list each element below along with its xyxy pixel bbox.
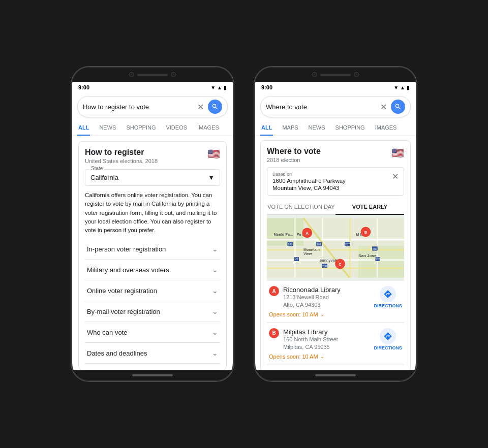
- svg-text:280: 280: [288, 243, 292, 246]
- dropdown-arrow-icon: ▼: [208, 174, 215, 181]
- content-left: How to register United States elections,…: [72, 136, 233, 370]
- opens-chevron-a[interactable]: ⌄: [320, 311, 324, 317]
- chevron-icon-5: ⌄: [212, 349, 218, 357]
- opens-soon-text-b: Opens soon: 10 AM: [269, 354, 318, 360]
- accordion-online[interactable]: Online voter registration ⌄: [85, 280, 220, 301]
- location-badge-b: B: [269, 328, 279, 338]
- svg-text:237: 237: [345, 243, 350, 246]
- location-name-a: Ricononada Library: [283, 286, 374, 294]
- search-button-right[interactable]: [391, 100, 405, 114]
- svg-text:B: B: [364, 230, 367, 235]
- directions-icon-b: [380, 328, 396, 344]
- screen-left: 9:00 ▼ ▲ ▮ ✕ ALL NEWS: [72, 82, 233, 370]
- tab-videos-left[interactable]: VIDEOS: [165, 120, 188, 136]
- search-button-left[interactable]: [208, 100, 222, 114]
- svg-text:View: View: [303, 251, 312, 256]
- speaker-left: [137, 74, 168, 76]
- time-right: 9:00: [261, 84, 272, 90]
- accordion-in-person[interactable]: In-person voter registration ⌄: [85, 239, 220, 260]
- close-based-on-icon[interactable]: ✕: [392, 172, 399, 181]
- location-header-b: B Milpitas Library 160 North Main Street…: [269, 328, 402, 351]
- svg-text:880: 880: [373, 247, 377, 250]
- phone-right: 9:00 ▼ ▲ ▮ ✕ ALL MAPS: [254, 67, 417, 381]
- accordion-who[interactable]: Who can vote ⌄: [85, 322, 220, 343]
- clear-icon-right[interactable]: ✕: [380, 102, 387, 112]
- chevron-icon-3: ⌄: [212, 307, 218, 315]
- status-bar-right: 9:00 ▼ ▲ ▮: [255, 82, 416, 93]
- search-bar-right[interactable]: ✕: [260, 96, 411, 117]
- location-addr-a: 1213 Newell Road: [283, 294, 374, 301]
- home-indicator-right: [315, 374, 356, 376]
- based-on-address: 1600 Amphitheatre Parkway: [272, 178, 346, 184]
- camera-left: [129, 72, 134, 77]
- tab-maps-right[interactable]: MAPS: [281, 120, 299, 136]
- card-subtitle-left: United States elections, 2018: [85, 158, 158, 164]
- status-bar-left: 9:00 ▼ ▲ ▮: [72, 82, 233, 93]
- tab-images-right[interactable]: IMAGES: [374, 120, 398, 136]
- accordion-label-4: Who can vote: [87, 329, 128, 336]
- flag-right: 🇺🇸: [391, 147, 404, 159]
- phone-bottom-bar-right: [255, 370, 416, 380]
- chevron-icon-2: ⌄: [212, 286, 218, 295]
- location-city-a: Alto, CA 94303: [283, 301, 374, 309]
- body-text: California offers online voter registrat…: [85, 191, 220, 235]
- tabs-right: ALL MAPS NEWS SHOPPING IMAGES: [255, 120, 416, 136]
- search-input-left[interactable]: [83, 103, 193, 111]
- svg-text:101: 101: [317, 243, 321, 246]
- card-title-left: How to register: [85, 148, 158, 157]
- accordion-dates[interactable]: Dates and deadlines ⌄: [85, 343, 220, 364]
- tab-images-left[interactable]: IMAGES: [196, 120, 220, 136]
- wifi-icon-right: ▲: [400, 85, 405, 90]
- clear-icon-left[interactable]: ✕: [197, 102, 204, 112]
- directions-btn-b[interactable]: DIRECTIONS: [374, 328, 402, 350]
- search-bar-left[interactable]: ✕: [77, 96, 228, 117]
- state-selector[interactable]: State California ▼: [85, 169, 220, 186]
- search-input-right[interactable]: [266, 103, 376, 111]
- card-header-right: Where to vote 2018 election 🇺🇸: [267, 147, 404, 163]
- svg-text:C: C: [339, 262, 342, 267]
- directions-icon-a: [380, 286, 396, 302]
- state-value: California: [90, 174, 118, 181]
- status-icons-left: ▼ ▲ ▮: [210, 85, 227, 90]
- opens-soon-a: Opens soon: 10 AM ⌄: [269, 311, 402, 317]
- location-item-a: A Ricononada Library 1213 Newell Road Al…: [267, 281, 404, 323]
- phones-container: 9:00 ▼ ▲ ▮ ✕ ALL NEWS: [71, 67, 417, 381]
- based-on-info: Based on 1600 Amphitheatre Parkway Mount…: [272, 172, 346, 191]
- camera-right: [312, 72, 317, 77]
- svg-text:35: 35: [295, 257, 298, 260]
- speaker-right: [320, 74, 351, 76]
- accordion-military[interactable]: Military and overseas voters ⌄: [85, 260, 220, 280]
- location-addr-b: 160 North Main Street: [283, 336, 374, 343]
- where-to-vote-card: Where to vote 2018 election 🇺🇸 Based on …: [260, 140, 411, 370]
- tab-all-left[interactable]: ALL: [77, 120, 90, 136]
- home-indicator-left: [132, 374, 173, 376]
- opens-soon-b: Opens soon: 10 AM ⌄: [269, 354, 402, 360]
- tab-shopping-right[interactable]: SHOPPING: [334, 120, 366, 136]
- battery-icon-right: ▮: [407, 85, 410, 90]
- directions-text-a: DIRECTIONS: [374, 303, 402, 308]
- chevron-icon-4: ⌄: [212, 328, 218, 336]
- vote-tabs: VOTE ON ELECTION DAY VOTE EARLY: [267, 200, 404, 215]
- chevron-icon-1: ⌄: [212, 266, 218, 274]
- phone-top-bar-left: [72, 68, 233, 82]
- card-header-left: How to register United States elections,…: [85, 148, 220, 164]
- opens-chevron-b[interactable]: ⌄: [320, 354, 324, 359]
- phone-top-bar-right: [255, 68, 416, 82]
- location-info-b: Milpitas Library 160 North Main Street M…: [283, 328, 374, 351]
- phone-bottom-bar-left: [72, 370, 233, 380]
- card-subtitle-right: 2018 election: [267, 157, 321, 163]
- tab-news-right[interactable]: NEWS: [308, 120, 326, 136]
- tab-all-right[interactable]: ALL: [260, 120, 273, 136]
- svg-text:San Jose: San Jose: [358, 253, 377, 258]
- vote-tab-election-day[interactable]: VOTE ON ELECTION DAY: [267, 200, 336, 215]
- vote-tab-early[interactable]: VOTE EARLY: [336, 200, 404, 215]
- state-label: State: [89, 166, 104, 171]
- tab-shopping-left[interactable]: SHOPPING: [125, 120, 157, 136]
- map-svg: Menlo Pa... Pa Alto M tas Mountain View …: [267, 215, 404, 281]
- content-right: Where to vote 2018 election 🇺🇸 Based on …: [255, 136, 416, 370]
- svg-rect-8: [322, 218, 323, 278]
- accordion-bymail[interactable]: By-mail voter registration ⌄: [85, 301, 220, 322]
- directions-text-b: DIRECTIONS: [374, 345, 402, 350]
- tab-news-left[interactable]: NEWS: [98, 120, 117, 136]
- directions-btn-a[interactable]: DIRECTIONS: [374, 286, 402, 308]
